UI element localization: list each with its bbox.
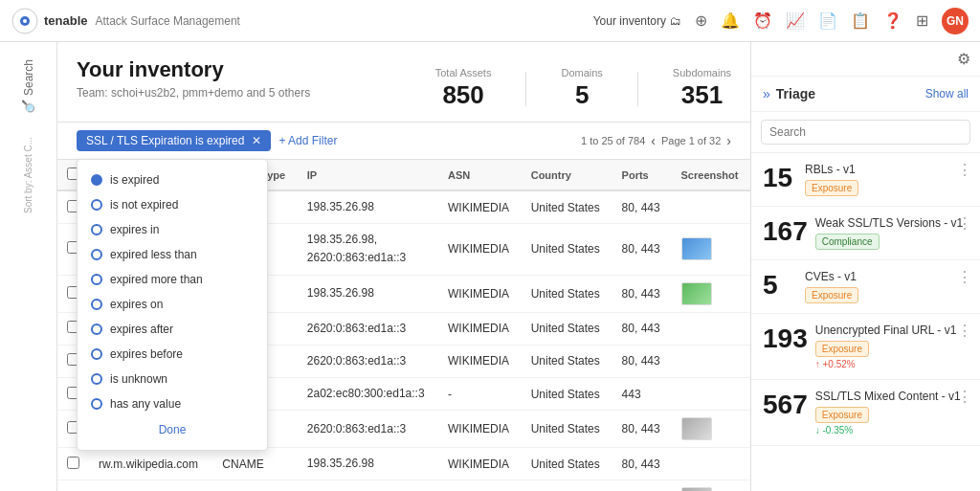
- stat-total-assets: Total Assets 850: [435, 67, 492, 110]
- col-country: Country: [522, 160, 612, 190]
- cell-asn: WIKIMEDIA: [438, 480, 522, 491]
- filter-chip-close: ✕: [252, 134, 261, 147]
- filter-chip-label: SSL / TLS Expiration is expired: [86, 134, 244, 147]
- triage-item-name: Unencrypted Final URL - v1: [815, 324, 969, 337]
- triage-search-input[interactable]: [761, 120, 970, 145]
- triage-badge: Exposure: [815, 407, 869, 423]
- svg-point-2: [23, 19, 27, 23]
- triage-panel: ⚙ » Triage Show all 15 RBLs - v1 Exposur…: [750, 42, 980, 491]
- screenshot-thumb: [681, 282, 712, 305]
- dropdown-option-2[interactable]: expires in: [78, 217, 267, 242]
- dropdown-option-5[interactable]: expires on: [78, 292, 267, 317]
- triage-menu-icon[interactable]: ⋮: [957, 322, 972, 340]
- dropdown-option-3[interactable]: expired less than: [78, 242, 267, 267]
- filter-dropdown: is expired is not expired expires in exp…: [77, 159, 268, 451]
- doc-icon[interactable]: 📄: [818, 11, 837, 30]
- cell-check: [57, 448, 89, 480]
- triage-item[interactable]: 15 RBLs - v1 Exposure ⋮: [751, 153, 980, 207]
- triage-item-name: CVEs - v1: [805, 270, 969, 283]
- triage-delta: ↓ -0.35%: [815, 425, 969, 435]
- filter-chip-ssl[interactable]: SSL / TLS Expiration is expired ✕: [77, 130, 271, 151]
- triage-menu-icon[interactable]: ⋮: [957, 388, 972, 406]
- cell-screenshot: [672, 275, 750, 312]
- cell-ports: 80, 443: [612, 190, 672, 224]
- dropdown-done-area: Done: [78, 416, 267, 442]
- cell-asn: WIKIMEDIA: [438, 190, 522, 224]
- search-icon-sidebar: 🔍: [22, 100, 35, 114]
- show-all-link[interactable]: Show all: [925, 87, 969, 100]
- prev-page-button[interactable]: ‹: [651, 133, 656, 148]
- dropdown-option-6[interactable]: expires after: [78, 317, 267, 342]
- next-page-button[interactable]: ›: [726, 133, 731, 148]
- cell-asn: WIKIMEDIA: [438, 411, 522, 448]
- cell-country: United States: [522, 190, 612, 224]
- clock-icon[interactable]: ⏰: [753, 11, 772, 30]
- dropdown-label-7: expires before: [110, 347, 183, 361]
- triage-item-info: Weak SSL/TLS Versions - v1 Compliance: [815, 216, 969, 250]
- stat-subdomains: Subdomains 351: [673, 67, 731, 110]
- bell-icon[interactable]: 🔔: [721, 11, 740, 30]
- user-avatar[interactable]: GN: [942, 8, 969, 34]
- chart-icon[interactable]: 📈: [786, 11, 805, 30]
- topnav: tenable Attack Surface Management Your i…: [0, 0, 980, 42]
- doc2-icon[interactable]: 📋: [851, 11, 870, 30]
- dropdown-label-8: is unknown: [110, 372, 167, 386]
- logo[interactable]: tenable Attack Surface Management: [11, 8, 240, 34]
- cell-screenshot: [672, 312, 750, 345]
- triage-count: 567: [763, 390, 808, 420]
- stat-domains-value: 5: [561, 80, 602, 110]
- grid-icon[interactable]: ⊞: [916, 11, 928, 30]
- triage-item-top: 193 Unencrypted Final URL - v1 Exposure …: [763, 324, 969, 369]
- triage-menu-icon[interactable]: ⋮: [957, 214, 972, 233]
- radio-expired-more: [91, 274, 102, 285]
- add-icon[interactable]: ⊕: [695, 11, 707, 30]
- triage-item[interactable]: 167 Weak SSL/TLS Versions - v1 Complianc…: [751, 207, 980, 260]
- host-value: rw.m.wikipedia.com: [99, 458, 198, 471]
- triage-item-info: CVEs - v1 Exposure: [805, 270, 969, 303]
- help-icon[interactable]: ❓: [883, 11, 902, 30]
- radio-expires-in: [91, 224, 102, 235]
- dropdown-option-4[interactable]: expired more than: [78, 267, 267, 292]
- cell-ip: 198.35.26.98: [298, 480, 438, 491]
- cell-country: United States: [522, 411, 612, 448]
- stat-subdomains-value: 351: [673, 80, 731, 110]
- cell-ip: 198.35.26.98: [298, 275, 438, 312]
- settings-icon[interactable]: ⚙: [957, 50, 970, 68]
- col-asn: ASN: [438, 160, 522, 190]
- triage-item-top: 567 SSL/TLS Mixed Content - v1 Exposure …: [763, 390, 969, 435]
- radio-expires-on: [91, 299, 102, 310]
- cell-screenshot: [672, 411, 750, 448]
- cell-country: United States: [522, 345, 612, 377]
- dropdown-option-8[interactable]: is unknown: [78, 367, 267, 391]
- triage-item-top: 5 CVEs - v1 Exposure ⋮: [763, 270, 969, 303]
- search-sidebar[interactable]: 🔍 Search: [22, 59, 35, 114]
- triage-item-name: Weak SSL/TLS Versions - v1: [815, 216, 969, 230]
- dropdown-option-0[interactable]: is expired: [78, 167, 267, 192]
- triage-menu-icon[interactable]: ⋮: [957, 161, 972, 179]
- sort-label[interactable]: Sort by: Asset C...: [23, 137, 33, 213]
- add-filter-button[interactable]: + Add Filter: [278, 134, 337, 147]
- triage-menu-icon[interactable]: ⋮: [957, 268, 972, 286]
- search-label: Search: [22, 59, 35, 96]
- cell-screenshot: [672, 190, 750, 224]
- page-subtitle: Team: schoi+us2b2, pmm+demo and 5 others: [77, 86, 310, 100]
- radio-is-expired: [91, 174, 102, 186]
- cell-host: new.wikipedia.com: [89, 480, 212, 491]
- triage-count: 5: [763, 270, 797, 301]
- done-button[interactable]: Done: [159, 423, 187, 436]
- triage-item-top: 167 Weak SSL/TLS Versions - v1 Complianc…: [763, 216, 969, 250]
- dropdown-label-4: expired more than: [110, 273, 203, 286]
- triage-item[interactable]: 193 Unencrypted Final URL - v1 Exposure …: [751, 314, 980, 380]
- cell-ip: 2620:0:863:ed1a::3: [298, 411, 438, 448]
- triage-item[interactable]: 567 SSL/TLS Mixed Content - v1 Exposure …: [751, 380, 980, 446]
- col-ports: Ports: [612, 160, 672, 190]
- dropdown-option-9[interactable]: has any value: [78, 391, 267, 416]
- dropdown-option-7[interactable]: expires before: [78, 342, 267, 367]
- dropdown-option-1[interactable]: is not expired: [78, 192, 267, 217]
- triage-list: 15 RBLs - v1 Exposure ⋮ 167 Weak SSL/TLS…: [751, 153, 980, 491]
- inventory-nav[interactable]: Your inventory 🗂: [593, 14, 681, 28]
- col-ip: IP: [298, 160, 438, 190]
- triage-badge: Exposure: [815, 341, 869, 357]
- triage-item[interactable]: 5 CVEs - v1 Exposure ⋮: [751, 260, 980, 314]
- row-checkbox[interactable]: [67, 457, 79, 469]
